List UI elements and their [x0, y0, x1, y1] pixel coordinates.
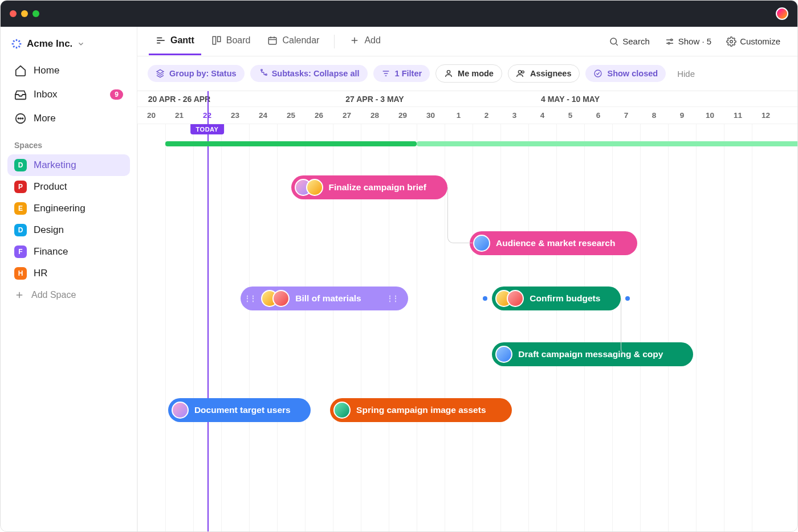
- assignee-avatars: [295, 179, 323, 196]
- space-name: Finance: [34, 246, 68, 257]
- dependency-dot[interactable]: [625, 296, 630, 301]
- svg-rect-4: [213, 36, 215, 44]
- avatar[interactable]: [507, 290, 524, 307]
- assignee-avatars: [261, 290, 290, 307]
- svg-point-16: [595, 70, 601, 77]
- space-item[interactable]: DMarketing: [7, 154, 130, 176]
- space-item[interactable]: EEngineering: [7, 198, 130, 219]
- day-header-cell[interactable]: 4: [528, 107, 556, 124]
- filter-pill[interactable]: 1 Filter: [373, 65, 430, 82]
- day-header-cell[interactable]: 3: [500, 107, 528, 124]
- group-by-pill[interactable]: Group by: Status: [148, 65, 245, 82]
- hide-filters-button[interactable]: Hide: [671, 69, 701, 79]
- day-header-cell[interactable]: 25: [277, 107, 305, 124]
- drag-handle-icon[interactable]: ⋮⋮: [386, 294, 398, 302]
- space-item[interactable]: DDesign: [7, 219, 130, 241]
- nav-home[interactable]: Home: [7, 59, 130, 83]
- workspace-switcher[interactable]: Acme Inc.: [7, 35, 130, 59]
- space-item[interactable]: PProduct: [7, 176, 130, 198]
- day-header-cell[interactable]: 26: [305, 107, 333, 124]
- gantt-task-bar[interactable]: Spring campaign image assets: [330, 398, 512, 422]
- day-header-cell[interactable]: 28: [361, 107, 389, 124]
- space-item[interactable]: HHR: [7, 263, 130, 284]
- day-header-cell[interactable]: 23: [221, 107, 249, 124]
- users-icon: [516, 69, 526, 78]
- space-item[interactable]: FFinance: [7, 241, 130, 263]
- day-header-cell[interactable]: 8: [640, 107, 668, 124]
- day-header-cell[interactable]: 5: [556, 107, 584, 124]
- space-name: Product: [34, 181, 67, 193]
- gantt-task-bar[interactable]: ⋮⋮Bill of materials⋮⋮: [241, 287, 408, 310]
- gantt-task-bar[interactable]: Document target users: [168, 398, 311, 422]
- day-header-cell[interactable]: 9: [668, 107, 696, 124]
- avatar[interactable]: [333, 402, 351, 419]
- gantt-timeline[interactable]: 20 APR - 26 APR27 APR - 3 MAY4 MAY - 10 …: [137, 91, 797, 531]
- pill-label: Show closed: [607, 69, 658, 78]
- add-space-button[interactable]: Add Space: [7, 284, 130, 306]
- day-header-cell[interactable]: 29: [389, 107, 417, 124]
- customize-label: Customize: [740, 36, 780, 46]
- gantt-icon: [156, 35, 166, 46]
- task-name: Finalize campaign brief: [329, 182, 426, 193]
- tab-board[interactable]: Board: [205, 27, 258, 55]
- pill-label: Assignees: [530, 69, 572, 78]
- day-header-cell[interactable]: 2: [473, 107, 500, 124]
- svg-point-3: [22, 118, 23, 119]
- svg-point-14: [518, 71, 521, 73]
- search-button[interactable]: Search: [603, 32, 656, 51]
- show-closed-pill[interactable]: Show closed: [585, 65, 666, 82]
- tab-label: Board: [226, 35, 251, 46]
- calendar-icon: [267, 35, 278, 46]
- gantt-task-bar[interactable]: Finalize campaign brief: [291, 175, 447, 199]
- spaces-section-label: Spaces: [7, 130, 130, 154]
- close-window-icon[interactable]: [10, 10, 17, 17]
- current-user-avatar[interactable]: [776, 7, 788, 20]
- svg-point-2: [20, 118, 21, 119]
- task-name: Confirm budgets: [530, 293, 600, 304]
- assignee-avatars: [333, 402, 351, 419]
- user-icon: [444, 69, 453, 78]
- customize-button[interactable]: Customize: [720, 32, 786, 51]
- gantt-task-bar[interactable]: Draft campaign messaging & copy: [492, 342, 693, 366]
- day-header-cell[interactable]: 21: [165, 107, 193, 124]
- maximize-window-icon[interactable]: [32, 10, 39, 17]
- day-header-cell[interactable]: 7: [612, 107, 640, 124]
- space-name: Marketing: [34, 159, 76, 171]
- tab-gantt[interactable]: Gantt: [149, 27, 201, 55]
- dependency-dot[interactable]: [483, 296, 487, 301]
- drag-handle-icon[interactable]: ⋮⋮: [244, 294, 255, 302]
- home-icon: [14, 64, 27, 77]
- avatar[interactable]: [172, 402, 189, 419]
- avatar[interactable]: [473, 235, 490, 252]
- day-header-cell[interactable]: 24: [249, 107, 277, 124]
- subtasks-pill[interactable]: Subtasks: Collapse all: [250, 65, 368, 82]
- add-view-button[interactable]: Add: [343, 27, 387, 55]
- assignee-avatars: [172, 402, 189, 419]
- day-header-cell[interactable]: 6: [584, 107, 612, 124]
- day-header-cell[interactable]: 11: [724, 107, 752, 124]
- avatar[interactable]: [306, 179, 323, 196]
- day-header-cell[interactable]: 10: [696, 107, 724, 124]
- me-mode-pill[interactable]: Me mode: [435, 64, 502, 83]
- nav-more[interactable]: More: [7, 107, 130, 130]
- window-titlebar: [1, 1, 797, 27]
- day-header-cell[interactable]: 20: [137, 107, 165, 124]
- task-name: Draft campaign messaging & copy: [518, 349, 663, 359]
- gantt-task-bar[interactable]: Audience & market research: [470, 231, 637, 255]
- day-header-cell[interactable]: 1: [445, 107, 473, 124]
- avatar[interactable]: [272, 290, 290, 307]
- board-icon: [211, 35, 222, 46]
- tab-calendar[interactable]: Calendar: [260, 27, 326, 55]
- gantt-task-bar[interactable]: Confirm budgets: [492, 287, 620, 310]
- day-header-cell[interactable]: 27: [333, 107, 361, 124]
- avatar[interactable]: [495, 346, 512, 363]
- subtask-icon: [258, 69, 267, 78]
- assignees-pill[interactable]: Assignees: [508, 64, 580, 83]
- dependency-line: [447, 187, 473, 243]
- minimize-window-icon[interactable]: [21, 10, 28, 17]
- day-header-cell[interactable]: 30: [417, 107, 445, 124]
- day-header-cell[interactable]: 12: [752, 107, 780, 124]
- svg-point-15: [522, 71, 524, 73]
- show-button[interactable]: Show · 5: [659, 32, 717, 51]
- nav-inbox[interactable]: Inbox 9: [7, 83, 130, 107]
